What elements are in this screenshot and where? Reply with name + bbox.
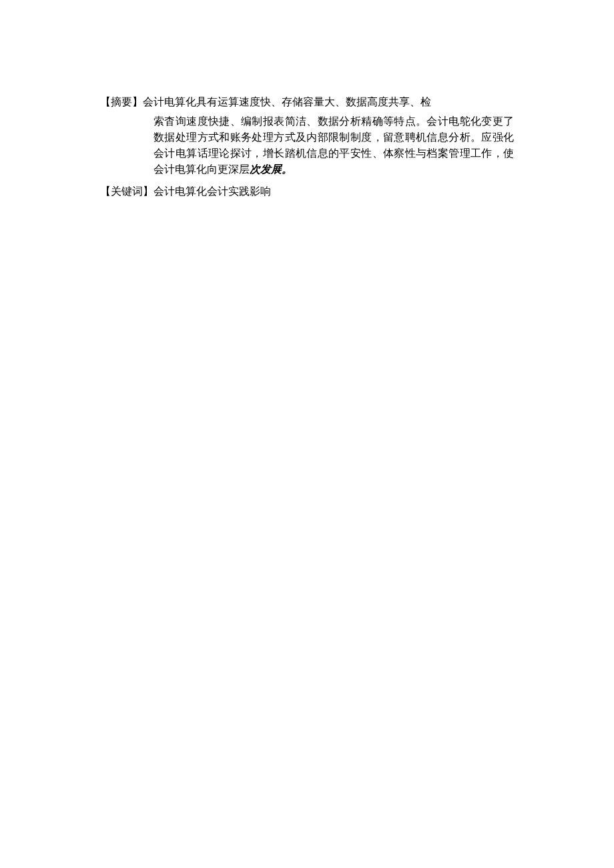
- abstract-emphasis: 次发展。: [250, 163, 292, 175]
- abstract-section: 【摘要】会计电算化具有运算速度快、存储容量大、数据高度共享、检 索杳询速度快捷、…: [100, 93, 514, 177]
- keywords-text: 会计电算化会计实践影响: [154, 185, 271, 197]
- abstract-body: 索杳询速度快捷、编制报表简洁、数据分析精确等特点。会计电鸵化变更了数据处理方式和…: [100, 113, 514, 177]
- abstract-first-line: 【摘要】会计电算化具有运算速度快、存储容量大、数据高度共享、检: [100, 93, 514, 111]
- document-page: 【摘要】会计电算化具有运算速度快、存储容量大、数据高度共享、检 索杳询速度快捷、…: [0, 0, 614, 199]
- abstract-label: 【摘要】: [100, 96, 143, 107]
- abstract-line1-text: 会计电算化具有运算速度快、存储容量大、数据高度共享、检: [143, 96, 431, 107]
- abstract-body-text: 索杳询速度快捷、编制报表简洁、数据分析精确等特点。会计电鸵化变更了数据处理方式和…: [154, 115, 514, 175]
- keywords-section: 【关键词】会计电算化会计实践影响: [100, 183, 514, 200]
- keywords-label: 【关键词】: [100, 185, 154, 197]
